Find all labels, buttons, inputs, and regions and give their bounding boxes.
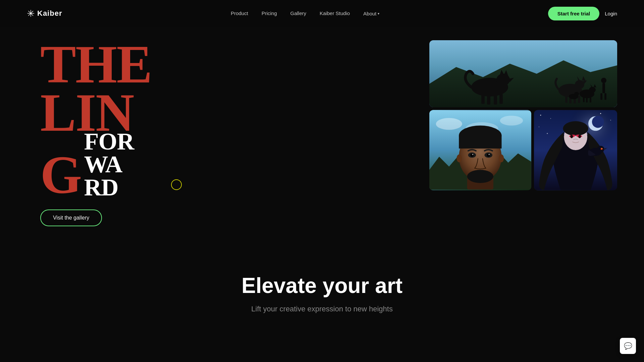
elevate-title: Elevate your art bbox=[27, 273, 617, 298]
visit-gallery-button[interactable]: Visit the gallery bbox=[40, 209, 102, 226]
chat-widget-button[interactable]: 💬 bbox=[620, 338, 636, 354]
svg-point-20 bbox=[601, 78, 606, 83]
svg-point-63 bbox=[570, 135, 573, 138]
svg-point-58 bbox=[547, 133, 548, 134]
hero-forward-container: G FORWARD bbox=[40, 130, 152, 199]
svg-rect-21 bbox=[602, 83, 605, 93]
chevron-down-icon: ▾ bbox=[378, 12, 379, 15]
svg-point-50 bbox=[499, 155, 504, 163]
svg-point-60 bbox=[592, 116, 604, 128]
svg-rect-22 bbox=[600, 93, 602, 100]
svg-point-25 bbox=[589, 87, 596, 93]
start-free-trial-button[interactable]: Start free trial bbox=[548, 7, 600, 20]
nav-product[interactable]: Product bbox=[231, 10, 248, 16]
svg-point-35 bbox=[500, 116, 523, 125]
svg-point-64 bbox=[578, 135, 581, 138]
svg-point-46 bbox=[472, 154, 473, 155]
cursor-indicator bbox=[171, 179, 182, 190]
svg-point-69 bbox=[601, 148, 602, 149]
svg-rect-28 bbox=[583, 97, 585, 102]
svg-point-66 bbox=[597, 146, 604, 153]
svg-rect-8 bbox=[487, 95, 490, 105]
svg-rect-9 bbox=[494, 95, 497, 105]
hero-text-the: THE bbox=[40, 40, 152, 88]
svg-point-53 bbox=[540, 115, 541, 116]
logo-mark-icon: ✳ bbox=[27, 8, 35, 19]
svg-point-44 bbox=[470, 154, 474, 157]
svg-point-45 bbox=[487, 154, 490, 157]
svg-rect-7 bbox=[481, 94, 485, 104]
svg-point-68 bbox=[600, 148, 602, 150]
svg-rect-30 bbox=[590, 98, 591, 103]
hero-forward-text: FORWARD bbox=[84, 130, 134, 199]
svg-point-56 bbox=[610, 120, 611, 121]
elevate-section: Elevate your art Lift your creative expr… bbox=[0, 246, 644, 347]
logo-text: Kaiber bbox=[37, 9, 62, 18]
svg-point-12 bbox=[575, 80, 584, 89]
navbar: ✳ Kaiber Product Pricing Gallery Kaiber … bbox=[0, 0, 644, 27]
svg-point-32 bbox=[574, 92, 579, 96]
svg-rect-10 bbox=[499, 94, 503, 104]
svg-point-47 bbox=[488, 154, 490, 155]
hero-image-portrait bbox=[429, 110, 531, 190]
svg-point-49 bbox=[457, 155, 462, 163]
elevate-subtitle: Lift your creative expression to new hei… bbox=[27, 305, 617, 313]
nav-about[interactable]: About ▾ bbox=[363, 11, 379, 16]
nav-kaiber-studio[interactable]: Kaiber Studio bbox=[320, 10, 350, 16]
nav-pricing[interactable]: Pricing bbox=[262, 10, 277, 16]
nav-actions: Start free trial Login bbox=[548, 7, 617, 20]
svg-rect-19 bbox=[578, 96, 580, 103]
hero-image-raven bbox=[534, 110, 617, 190]
svg-rect-23 bbox=[604, 93, 606, 100]
hero-text-g: G bbox=[40, 150, 81, 199]
svg-rect-29 bbox=[586, 98, 588, 103]
nav-about-label: About bbox=[363, 11, 376, 16]
svg-rect-41 bbox=[459, 135, 501, 148]
main-content: THE LIN G FORWARD Visit the gallery bbox=[0, 0, 644, 347]
hero-image-wolves bbox=[429, 40, 617, 107]
hero-text-column: THE LIN G FORWARD Visit the gallery bbox=[40, 40, 152, 226]
hero-images-column bbox=[429, 40, 617, 190]
chat-icon: 💬 bbox=[624, 342, 632, 350]
nav-links: Product Pricing Gallery Kaiber Studio Ab… bbox=[231, 10, 379, 16]
svg-point-57 bbox=[539, 126, 539, 127]
logo-link[interactable]: ✳ Kaiber bbox=[27, 8, 62, 19]
svg-point-48 bbox=[467, 170, 493, 183]
svg-point-55 bbox=[600, 113, 601, 114]
nav-gallery[interactable]: Gallery bbox=[290, 10, 307, 16]
login-button[interactable]: Login bbox=[605, 11, 617, 16]
hero-images-bottom bbox=[429, 110, 617, 190]
svg-rect-16 bbox=[565, 96, 568, 103]
svg-point-54 bbox=[550, 118, 551, 119]
svg-point-62 bbox=[563, 121, 588, 136]
svg-point-34 bbox=[436, 118, 462, 130]
hero-section: THE LIN G FORWARD Visit the gallery bbox=[0, 27, 644, 246]
